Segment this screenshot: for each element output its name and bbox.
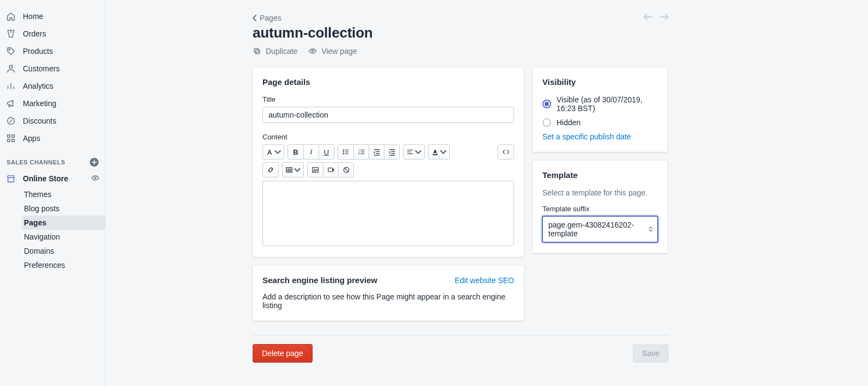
view-store-icon[interactable]	[91, 174, 100, 184]
rte-italic[interactable]: I	[303, 145, 319, 159]
video-icon	[327, 166, 335, 174]
rte-indent[interactable]	[384, 145, 399, 159]
bullet-list-icon	[342, 148, 350, 156]
nav-online-store[interactable]: Online Store	[0, 170, 105, 187]
duplicate-action[interactable]: Duplicate	[253, 47, 297, 56]
breadcrumb-back[interactable]: Pages	[253, 14, 282, 22]
prev-page-arrow[interactable]	[644, 13, 652, 22]
indent-icon	[388, 148, 396, 156]
visibility-hidden-option[interactable]: Hidden	[542, 118, 658, 127]
nav-marketing[interactable]: Marketing	[0, 95, 105, 112]
rte-bullet-list[interactable]	[338, 145, 353, 159]
arrow-left-icon	[644, 13, 652, 21]
rte-link[interactable]	[263, 163, 278, 177]
rte-table-dropdown[interactable]	[283, 163, 303, 177]
svg-rect-17	[432, 154, 437, 155]
page-details-heading: Page details	[262, 77, 514, 87]
nav-orders[interactable]: Orders	[0, 25, 105, 42]
add-channel-button[interactable]	[90, 158, 99, 167]
svg-rect-3	[8, 135, 10, 138]
rte-image[interactable]	[308, 163, 323, 177]
apps-icon	[5, 133, 16, 144]
align-icon	[406, 148, 414, 156]
italic-icon: I	[310, 148, 312, 156]
code-icon	[502, 148, 510, 156]
template-select[interactable]: page.gem-43082416202-template	[542, 216, 658, 242]
orders-icon	[5, 28, 16, 39]
view-page-action[interactable]: View page	[308, 47, 357, 56]
title-input[interactable]	[262, 107, 514, 123]
subnav-domains[interactable]: Domains	[22, 244, 105, 258]
outdent-icon	[373, 148, 381, 156]
format-icon	[266, 148, 273, 156]
seo-heading: Search engine listing preview	[262, 275, 377, 285]
visibility-visible-option[interactable]: Visible (as of 30/07/2019, 16:23 BST)	[542, 95, 658, 113]
svg-point-20	[314, 169, 315, 170]
template-select-value: page.gem-43082416202-template	[548, 220, 634, 238]
visibility-card: Visibility Visible (as of 30/07/2019, 16…	[533, 68, 668, 152]
svg-rect-5	[8, 139, 10, 142]
view-page-label: View page	[321, 47, 357, 56]
visibility-heading: Visibility	[542, 77, 658, 87]
bold-icon: B	[293, 148, 298, 156]
page-title: autumn-collection	[253, 24, 669, 41]
subnav-pages[interactable]: Pages	[22, 216, 105, 230]
svg-point-7	[94, 177, 96, 179]
nav-products[interactable]: Products	[0, 42, 105, 60]
nav-home[interactable]: Home	[0, 8, 105, 25]
sales-channels-heading: SALES CHANNELS	[0, 154, 105, 170]
subnav-preferences[interactable]: Preferences	[22, 258, 105, 272]
content-editor[interactable]	[262, 181, 514, 246]
nav-customers[interactable]: Customers	[0, 60, 105, 77]
rte-video[interactable]	[323, 163, 338, 177]
next-page-arrow[interactable]	[660, 13, 669, 22]
nav-customers-label: Customers	[23, 64, 60, 73]
rte-clear-format[interactable]	[338, 163, 353, 177]
nav-apps[interactable]: Apps	[0, 130, 105, 147]
clear-format-icon	[343, 166, 350, 174]
delete-page-button[interactable]: Delete page	[253, 344, 313, 363]
chevron-down-icon	[414, 148, 422, 156]
subnav-themes[interactable]: Themes	[22, 187, 105, 201]
analytics-icon	[5, 81, 16, 91]
svg-point-13	[343, 153, 344, 154]
nav-apps-label: Apps	[23, 134, 40, 143]
rte-format-dropdown[interactable]	[263, 145, 284, 159]
rte-color-dropdown[interactable]	[429, 145, 449, 159]
svg-rect-6	[12, 139, 15, 142]
subnav-navigation[interactable]: Navigation	[22, 230, 105, 244]
svg-text:3: 3	[358, 152, 359, 155]
nav-discounts[interactable]: Discounts	[0, 112, 105, 130]
radio-selected-icon	[542, 100, 551, 108]
save-button: Save	[633, 344, 669, 363]
ordered-list-icon: 123	[358, 148, 365, 156]
nav-products-label: Products	[23, 47, 53, 56]
subnav-preferences-label: Preferences	[24, 261, 65, 269]
rte-toolbar: B I U 123	[262, 144, 514, 160]
select-chevron-icon	[649, 226, 653, 232]
underline-icon: U	[324, 148, 329, 156]
svg-point-0	[9, 49, 10, 50]
set-publish-date-link[interactable]: Set a specific publish date	[542, 132, 631, 141]
breadcrumb-label: Pages	[260, 14, 282, 22]
rte-underline[interactable]: U	[319, 145, 334, 159]
subnav-blog-posts[interactable]: Blog posts	[22, 201, 105, 216]
subnav-pages-label: Pages	[24, 218, 46, 227]
edit-seo-link[interactable]: Edit website SEO	[455, 276, 514, 285]
nav-analytics[interactable]: Analytics	[0, 77, 105, 95]
rte-align-dropdown[interactable]	[404, 145, 424, 159]
svg-rect-4	[12, 135, 15, 138]
seo-hint: Add a description to see how this Page m…	[262, 292, 514, 310]
template-desc: Select a template for this page.	[542, 188, 658, 197]
rte-ordered-list[interactable]: 123	[353, 145, 369, 159]
user-icon	[5, 63, 16, 74]
table-icon	[285, 166, 293, 174]
discount-icon	[5, 115, 16, 126]
rte-outdent[interactable]	[369, 145, 384, 159]
template-heading: Template	[542, 170, 658, 180]
rte-html[interactable]	[498, 145, 514, 159]
template-suffix-label: Template suffix	[542, 205, 658, 213]
rte-bold[interactable]: B	[288, 145, 303, 159]
footer-actions: Delete page Save	[253, 335, 669, 363]
link-icon	[267, 166, 274, 174]
